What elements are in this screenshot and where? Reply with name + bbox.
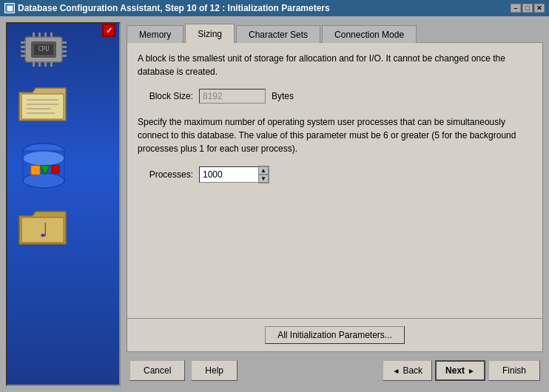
all-params-button[interactable]: All Initialization Parameters... (265, 326, 405, 344)
tab-character-sets[interactable]: Character Sets (236, 25, 320, 43)
svg-rect-7 (62, 41, 67, 44)
folder-music-icon: ♩ (18, 207, 70, 250)
processes-row: Processes: ▲ ▼ (138, 166, 532, 183)
processes-label: Processes: (138, 169, 193, 180)
next-arrow-icon: ► (468, 367, 475, 375)
folder-notes-icon (18, 84, 70, 126)
svg-rect-14 (50, 33, 53, 37)
processes-description: Specify the maximum number of operating … (138, 115, 532, 155)
content-area: A block is the smallest unit of storage … (127, 42, 543, 319)
processes-input[interactable] (199, 166, 258, 183)
block-size-label: Block Size: (138, 91, 193, 101)
tab-bar: Memory Sizing Character Sets Connection … (127, 22, 543, 43)
svg-rect-30 (31, 166, 40, 175)
chip-icon: CPU (18, 31, 70, 70)
svg-rect-3 (21, 41, 25, 44)
window-title: Database Configuration Assistant, Step 1… (18, 3, 330, 13)
title-bar: ▦ Database Configuration Assistant, Step… (0, 0, 549, 16)
close-button[interactable]: ✕ (534, 4, 545, 13)
svg-rect-4 (21, 46, 25, 48)
spinner-up-button[interactable]: ▲ (258, 166, 269, 175)
right-panel: Memory Sizing Character Sets Connection … (127, 22, 543, 386)
back-arrow-icon: ◄ (392, 367, 400, 375)
sidebar-panel: CPU ✓ ✓ (6, 22, 121, 386)
svg-rect-11 (33, 33, 35, 37)
main-container: CPU ✓ ✓ (0, 16, 549, 392)
finish-button[interactable]: Finish (488, 360, 540, 381)
database-shapes-icon (18, 140, 70, 194)
svg-rect-8 (62, 46, 67, 48)
help-button[interactable]: Help (191, 360, 238, 381)
sidebar-item: ♩ ✓ (12, 207, 115, 250)
svg-rect-15 (33, 62, 35, 67)
right-buttons: ◄ Back Next ► Finish (383, 360, 540, 381)
minimize-button[interactable]: – (511, 4, 521, 13)
block-size-row: Block Size: Bytes (138, 89, 532, 104)
svg-rect-32 (52, 166, 59, 173)
maximize-button[interactable]: □ (522, 4, 533, 13)
svg-rect-16 (38, 62, 41, 67)
tab-memory[interactable]: Memory (127, 25, 183, 43)
svg-point-29 (23, 151, 64, 166)
sidebar-item: CPU ✓ (12, 31, 115, 70)
svg-rect-9 (62, 50, 67, 53)
processes-spinner[interactable]: ▲ ▼ (199, 166, 269, 183)
all-params-section: All Initialization Parameters... (127, 319, 543, 352)
svg-rect-6 (21, 55, 25, 57)
button-bar: Cancel Help ◄ Back Next ► Finish (127, 352, 543, 386)
next-button[interactable]: Next ► (435, 360, 485, 381)
block-size-description: A block is the smallest unit of storage … (138, 52, 532, 78)
block-size-units: Bytes (272, 91, 294, 101)
svg-rect-10 (62, 55, 67, 57)
svg-rect-13 (44, 33, 47, 37)
cancel-button[interactable]: Cancel (129, 360, 185, 381)
svg-rect-17 (44, 62, 47, 67)
svg-rect-5 (21, 50, 25, 53)
block-size-input[interactable] (199, 89, 266, 104)
svg-text:♩: ♩ (39, 220, 48, 241)
sidebar-item: ✓ (12, 140, 115, 194)
window-controls[interactable]: – □ ✕ (511, 4, 545, 13)
spinner-down-button[interactable]: ▼ (258, 175, 269, 183)
svg-rect-12 (38, 33, 41, 37)
tab-connection-mode[interactable]: Connection Mode (322, 25, 417, 43)
tab-sizing[interactable]: Sizing (185, 24, 235, 43)
window-icon: ▦ (4, 3, 15, 13)
svg-rect-21 (21, 94, 64, 119)
sidebar-item: ✓ (12, 84, 115, 126)
sidebar-checkbox-4: ✓ (102, 24, 115, 37)
svg-point-28 (23, 173, 64, 188)
back-button[interactable]: ◄ Back (383, 360, 432, 381)
svg-rect-18 (50, 62, 53, 67)
spinner-buttons[interactable]: ▲ ▼ (258, 166, 269, 183)
svg-text:CPU: CPU (38, 46, 49, 53)
left-buttons: Cancel Help (129, 360, 238, 381)
